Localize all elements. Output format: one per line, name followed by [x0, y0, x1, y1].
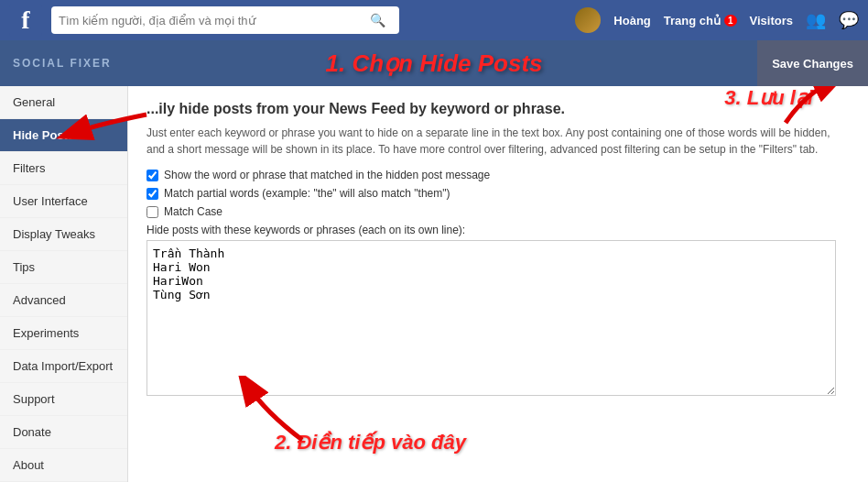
checkbox-match-case[interactable] [146, 206, 158, 218]
sidebar-item-filters[interactable]: Filters [0, 152, 127, 185]
fb-search-input[interactable] [59, 14, 370, 27]
sidebar-item-donate[interactable]: Donate [0, 416, 127, 449]
search-icon[interactable]: 🔍 [370, 13, 385, 27]
annotation-1: 1. Chọn Hide Posts [325, 49, 542, 78]
fb-logo-icon: f [9, 4, 42, 37]
sidebar-item-display-tweaks[interactable]: Display Tweaks [0, 218, 127, 251]
sidebar: General Hide Posts Filters User Interfac… [0, 86, 128, 482]
checkbox-show-word-label: Show the word or phrase that matched in … [164, 169, 490, 181]
content-area: ...ily hide posts from your News Feed by… [128, 86, 868, 482]
sidebar-item-support[interactable]: Support [0, 383, 127, 416]
checkbox-match-case-row: Match Case [146, 205, 850, 218]
checkbox-match-partial-row: Match partial words (example: "the" will… [146, 187, 850, 200]
chat-icon[interactable]: 💬 [839, 10, 859, 30]
sidebar-item-hide-posts[interactable]: Hide Posts [0, 119, 127, 152]
save-changes-button[interactable]: Save Changes [757, 40, 868, 86]
fb-search-bar[interactable]: 🔍 [51, 6, 399, 34]
sidebar-item-experiments[interactable]: Experiments [0, 317, 127, 350]
keywords-label: Hide posts with these keywords or phrase… [146, 224, 850, 236]
sf-brand-title: SOCIAL FIXER [13, 57, 112, 70]
keywords-textarea[interactable]: Trần Thành Hari Won HariWon Tùng Sơn [146, 240, 836, 396]
sidebar-item-about[interactable]: About [0, 449, 127, 482]
sidebar-item-tips[interactable]: Tips [0, 251, 127, 284]
content-title: ...ily hide posts from your News Feed by… [146, 101, 850, 117]
fb-nav-right: Hoàng Trang chủ 1 Visitors 👥 💬 [575, 7, 859, 33]
sf-header: SOCIAL FIXER 1. Chọn Hide Posts Save Cha… [0, 40, 868, 86]
checkbox-match-partial[interactable] [146, 188, 158, 200]
nav-visitors[interactable]: Visitors [750, 14, 793, 27]
sidebar-item-general[interactable]: General [0, 86, 127, 119]
sidebar-item-advanced[interactable]: Advanced [0, 284, 127, 317]
checkbox-show-word-row: Show the word or phrase that matched in … [146, 169, 850, 181]
nav-home-badge: 1 [724, 15, 737, 27]
avatar [575, 7, 601, 33]
nav-user[interactable]: Hoàng [613, 14, 650, 27]
annotation-2-container: 2. Điền tiếp vào đây [275, 431, 466, 455]
content-description: Just enter each keyword or phrase you wa… [146, 125, 850, 158]
checkbox-show-word[interactable] [146, 170, 158, 181]
sidebar-item-user-interface[interactable]: User Interface [0, 185, 127, 218]
friends-icon[interactable]: 👥 [806, 10, 826, 30]
checkbox-match-case-label: Match Case [164, 205, 222, 218]
main-layout: General Hide Posts Filters User Interfac… [0, 86, 868, 482]
checkbox-match-partial-label: Match partial words (example: "the" will… [164, 187, 450, 200]
nav-home[interactable]: Trang chủ 1 [664, 14, 737, 27]
annotation-2-text: 2. Điền tiếp vào đây [275, 431, 466, 454]
fb-topbar: f 🔍 Hoàng Trang chủ 1 Visitors 👥 💬 [0, 0, 868, 40]
sidebar-item-data-import-export[interactable]: Data Import/Export [0, 350, 127, 383]
